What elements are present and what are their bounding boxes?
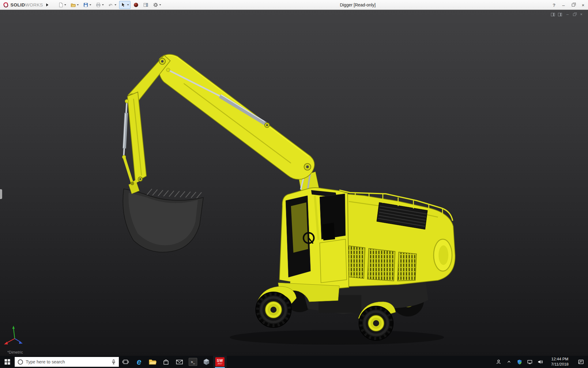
- model-shadow: [230, 330, 444, 345]
- new-document-icon: [58, 2, 63, 8]
- start-button[interactable]: [0, 356, 15, 368]
- select-cursor-icon: [121, 2, 126, 8]
- save-floppy-icon: [83, 2, 89, 8]
- options-button[interactable]: [151, 1, 163, 9]
- cortana-icon[interactable]: [18, 359, 23, 365]
- dropdown-caret[interactable]: [77, 4, 79, 6]
- brand-text: SOLIDWORKS: [10, 2, 43, 7]
- dropdown-caret[interactable]: [89, 4, 91, 6]
- windows-logo-icon: [5, 359, 10, 365]
- print-button[interactable]: [94, 1, 105, 9]
- view-orientation-label: *Dimetric: [7, 350, 23, 355]
- dropdown-caret[interactable]: [127, 4, 129, 6]
- microphone-icon[interactable]: [111, 359, 116, 365]
- taskbar-app-mail[interactable]: [173, 356, 186, 368]
- app-titlebar: SOLIDWORKS: [0, 0, 588, 10]
- solidworks-icon: SW 2017: [215, 357, 224, 366]
- taskbar-app-store[interactable]: [159, 356, 173, 368]
- print-icon: [96, 2, 101, 8]
- undo-icon: [108, 2, 114, 8]
- action-center-button[interactable]: [575, 356, 587, 368]
- edge-icon: e: [137, 358, 141, 366]
- chevron-up-icon: [507, 359, 511, 364]
- save-button[interactable]: [81, 1, 93, 9]
- cube-icon: [203, 358, 210, 366]
- system-tray: 12:44 PM 7/11/2018: [494, 356, 588, 368]
- dropdown-caret[interactable]: [102, 4, 104, 6]
- select-tool-button[interactable]: [119, 1, 130, 9]
- excavator-bucket[interactable]: [123, 182, 203, 252]
- restore-icon: [572, 4, 575, 6]
- dropdown-caret[interactable]: [64, 4, 66, 6]
- terminal-icon: >_: [189, 358, 197, 366]
- open-folder-icon: [70, 2, 76, 8]
- clock-date: 7/11/2018: [546, 362, 573, 367]
- brand-solid: SOLID: [10, 2, 25, 7]
- close-button[interactable]: ×: [578, 0, 588, 10]
- volume-tray-button[interactable]: [536, 356, 545, 368]
- taskbar-clock[interactable]: 12:44 PM 7/11/2018: [546, 357, 573, 367]
- restore-button[interactable]: [568, 0, 578, 10]
- excavator-wheel-rear[interactable]: [359, 306, 393, 340]
- task-view-button[interactable]: [119, 356, 132, 368]
- dropdown-caret[interactable]: [115, 4, 116, 6]
- graphics-viewport[interactable]: – ×: [0, 10, 588, 356]
- open-button[interactable]: [69, 1, 80, 9]
- excavator-model[interactable]: [0, 10, 588, 356]
- window-title: Digger [Read-only]: [340, 0, 376, 10]
- sphere-icon: [133, 2, 139, 8]
- excavator-boom[interactable]: [128, 54, 315, 179]
- menu-flyout-arrow-icon[interactable]: [46, 3, 48, 6]
- excavator-wheel-front[interactable]: [256, 292, 291, 328]
- quick-toolbar: [56, 0, 163, 10]
- speaker-icon: [537, 359, 543, 365]
- security-tray-button[interactable]: [515, 356, 524, 368]
- store-icon: [163, 358, 169, 365]
- taskbar-app-solidworks[interactable]: SW 2017: [213, 356, 227, 368]
- undo-button[interactable]: [107, 1, 118, 9]
- help-button[interactable]: ?: [549, 0, 559, 10]
- network-tray-button[interactable]: [526, 356, 534, 368]
- excavator-stick[interactable]: [122, 92, 146, 185]
- task-view-icon: [122, 358, 129, 365]
- clock-time: 12:44 PM: [546, 357, 573, 362]
- search-input[interactable]: [26, 359, 109, 364]
- people-button[interactable]: [494, 356, 503, 368]
- brand-works: WORKS: [25, 2, 43, 7]
- display-pane-icon: [143, 2, 149, 8]
- excavator-cab[interactable]: [279, 188, 349, 289]
- hidden-icons-button[interactable]: [505, 356, 513, 368]
- window-controls: ? – ×: [549, 0, 588, 10]
- solidworks-logo: SOLIDWORKS: [0, 2, 43, 8]
- taskbar-app-file-explorer[interactable]: [146, 356, 159, 368]
- taskbar-app-cube-viewer[interactable]: [200, 356, 213, 368]
- people-icon: [496, 359, 501, 365]
- mail-icon: [176, 359, 183, 365]
- taskbar-search[interactable]: [15, 357, 119, 367]
- gear-icon: [153, 2, 158, 8]
- taskbar-app-edge[interactable]: e: [132, 356, 146, 368]
- network-icon: [527, 359, 533, 365]
- minimize-button[interactable]: –: [559, 0, 568, 10]
- action-center-icon: [578, 359, 584, 365]
- file-explorer-icon: [149, 358, 156, 365]
- view-triad: [4, 326, 23, 344]
- excavator-body[interactable]: [338, 190, 455, 286]
- dropdown-caret[interactable]: [159, 4, 161, 6]
- windows-taskbar: e >_ SW 2017: [0, 356, 588, 368]
- material-sphere-button[interactable]: [132, 1, 140, 9]
- taskbar-app-terminal[interactable]: >_: [186, 356, 200, 368]
- display-pane-button[interactable]: [141, 1, 150, 9]
- defender-shield-icon: [517, 359, 522, 365]
- new-document-button[interactable]: [56, 1, 68, 9]
- ds-swirl-icon: [2, 2, 9, 8]
